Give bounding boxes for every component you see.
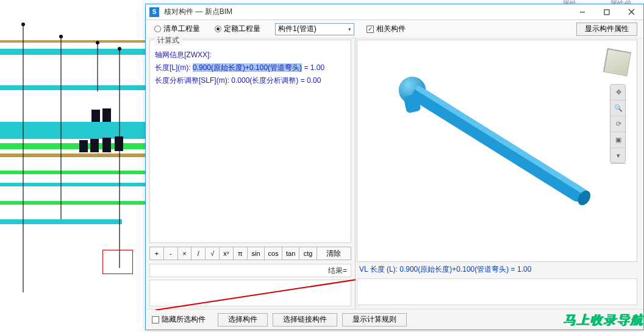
nav-orbit-icon[interactable]: ⟳ xyxy=(610,116,626,132)
calc-divide-button[interactable]: / xyxy=(191,247,205,260)
formula-group: 计算式 轴网信息[ZWXX]: 长度[L](m): 0.900(原始长度)+0.… xyxy=(149,40,351,243)
checkbox-icon xyxy=(367,26,374,33)
label: 长度[L](m): xyxy=(155,63,193,72)
svg-point-22 xyxy=(96,41,99,44)
svg-rect-2 xyxy=(0,122,145,139)
selection-rect xyxy=(102,250,133,274)
combo-value: 构件1(管道) xyxy=(278,24,317,34)
formula-line-axis: 轴网信息[ZWXX]: xyxy=(155,50,346,60)
check-component-dialog: S 核对构件 — 新点BIM 清单工程量 定额工程量 构件1(管道) ▾ 相 xyxy=(145,4,644,330)
svg-point-20 xyxy=(21,23,25,26)
bottom-button-row: 隐藏所选构件 选择构件 选择链接构件 显示计算规则 xyxy=(146,309,643,330)
calc-clear-button[interactable]: 清除 xyxy=(317,247,351,260)
expression-input[interactable] xyxy=(149,280,351,306)
checkbox-label: 隐藏所选构件 xyxy=(162,314,206,325)
svg-rect-4 xyxy=(0,154,145,157)
option-row: 清单工程量 定额工程量 构件1(管道) ▾ 相关构件 显示构件属性 xyxy=(146,20,643,38)
svg-rect-13 xyxy=(90,139,99,152)
svg-rect-15 xyxy=(115,136,123,151)
checkbox-related-components[interactable]: 相关构件 xyxy=(367,24,406,34)
calc-pi-button[interactable]: π xyxy=(233,247,247,260)
svg-rect-0 xyxy=(0,49,145,55)
svg-rect-11 xyxy=(102,108,111,122)
highlighted-segment: 0.900(原始长度)+0.100(管道弯头) xyxy=(193,63,302,72)
checkbox-hide-selected[interactable]: 隐藏所选构件 xyxy=(152,314,206,325)
chevron-down-icon: ▾ xyxy=(348,26,351,32)
calculator-row: + - × / √ xʸ π sin cos tan ctg 清除 xyxy=(149,247,351,260)
window-title: 核对构件 — 新点BIM xyxy=(164,7,570,17)
calc-cos-button[interactable]: cos xyxy=(264,247,282,260)
show-calc-rules-button[interactable]: 显示计算规则 xyxy=(342,313,407,327)
select-component-button[interactable]: 选择构件 xyxy=(218,313,268,327)
svg-rect-12 xyxy=(79,140,88,152)
radio-quota-quantity[interactable]: 定额工程量 xyxy=(215,24,260,34)
radio-label: 清单工程量 xyxy=(163,24,200,34)
maximize-button[interactable] xyxy=(595,4,619,20)
preview-3d[interactable]: ✥ 🔍 ⟳ ▣ ▾ xyxy=(357,40,637,262)
nav-pan-icon[interactable]: ✥ xyxy=(610,85,626,101)
calc-tan-button[interactable]: tan xyxy=(282,247,299,260)
nav-cone-icon[interactable]: ▣ xyxy=(610,132,626,148)
nav-more-icon[interactable]: ▾ xyxy=(610,148,626,164)
svg-rect-32 xyxy=(409,85,589,205)
svg-rect-8 xyxy=(0,219,122,224)
component-select-combo[interactable]: 构件1(管道) ▾ xyxy=(275,23,354,35)
svg-rect-1 xyxy=(0,85,145,90)
calc-plus-button[interactable]: + xyxy=(149,247,163,260)
svg-rect-33 xyxy=(415,85,589,196)
svg-point-23 xyxy=(118,47,121,51)
formula-line-adjust: 长度分析调整[SLF](m): 0.000(长度分析调整) = 0.00 xyxy=(155,76,346,86)
svg-rect-5 xyxy=(0,171,145,174)
nav-zoom-icon[interactable]: 🔍 xyxy=(610,101,626,116)
radio-list-quantity[interactable]: 清单工程量 xyxy=(154,24,200,34)
result-row: 结果= xyxy=(149,264,351,277)
svg-rect-6 xyxy=(0,183,145,186)
svg-rect-7 xyxy=(0,201,145,205)
formula-pane: 计算式 轴网信息[ZWXX]: 长度[L](m): 0.900(原始长度)+0.… xyxy=(146,38,356,309)
svg-point-21 xyxy=(59,35,63,38)
svg-rect-10 xyxy=(91,110,100,122)
calc-multiply-button[interactable]: × xyxy=(177,247,191,260)
svg-rect-14 xyxy=(102,138,111,152)
calc-minus-button[interactable]: - xyxy=(163,247,177,260)
formula-line-length: 长度[L](m): 0.900(原始长度)+0.100(管道弯头) = 1.00 xyxy=(155,63,346,73)
calc-pow-button[interactable]: xʸ xyxy=(219,247,233,260)
background-3d-model xyxy=(0,0,145,332)
calc-sqrt-button[interactable]: √ xyxy=(205,247,219,260)
svg-rect-9 xyxy=(0,40,145,43)
tail: = 1.00 xyxy=(302,63,324,72)
orientation-cube-icon[interactable] xyxy=(603,48,631,76)
svg-rect-25 xyxy=(604,10,609,15)
group-title: 计算式 xyxy=(155,35,182,46)
app-icon: S xyxy=(149,7,159,17)
close-button[interactable] xyxy=(619,4,643,20)
view-nav-bar[interactable]: ✥ 🔍 ⟳ ▣ ▾ xyxy=(610,84,626,163)
checkbox-label: 相关构件 xyxy=(376,24,406,34)
preview-pane: ✥ 🔍 ⟳ ▣ ▾ VL 长度 (L): 0.900(原始长度)+0.100(管… xyxy=(356,38,643,309)
checkbox-icon xyxy=(152,316,159,323)
show-component-props-button[interactable]: 显示构件属性 xyxy=(576,23,637,36)
pipe-3d-icon xyxy=(363,54,632,255)
calc-sin-button[interactable]: sin xyxy=(247,247,265,260)
select-link-component-button[interactable]: 选择链接构件 xyxy=(273,313,337,327)
svg-rect-3 xyxy=(0,143,145,149)
preview-status-text: VL 长度 (L): 0.900(原始长度)+0.100(管道弯头) = 1.0… xyxy=(357,263,637,278)
preview-input[interactable] xyxy=(357,278,637,305)
titlebar: S 核对构件 — 新点BIM xyxy=(146,4,643,20)
calc-ctg-button[interactable]: ctg xyxy=(299,247,317,260)
result-label: 结果= xyxy=(328,266,347,276)
radio-label: 定额工程量 xyxy=(224,24,260,34)
minimize-button[interactable] xyxy=(570,4,595,20)
